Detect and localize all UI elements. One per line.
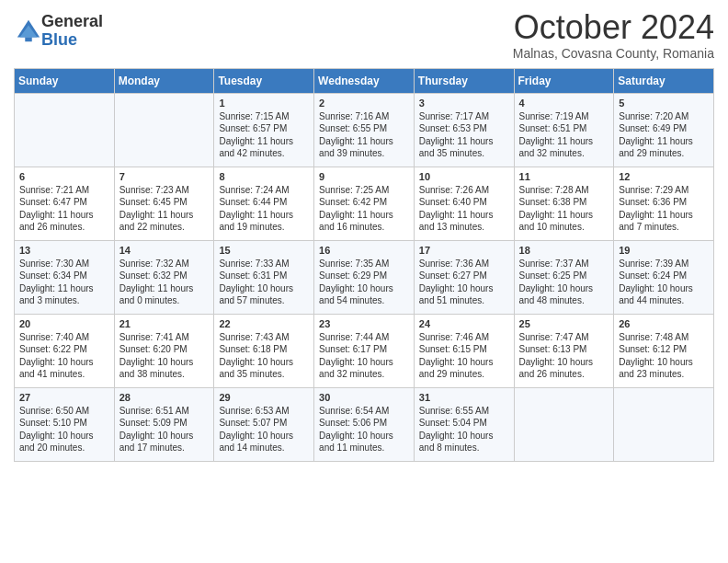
calendar-cell: 28Sunrise: 6:51 AM Sunset: 5:09 PM Dayli… [114, 387, 214, 461]
day-number: 10 [419, 171, 510, 182]
day-header-wednesday: Wednesday [314, 68, 415, 93]
day-number: 23 [319, 318, 410, 329]
cell-content: Sunrise: 7:28 AM Sunset: 6:38 PM Dayligh… [519, 184, 610, 234]
calendar-cell: 9Sunrise: 7:25 AM Sunset: 6:42 PM Daylig… [314, 167, 415, 240]
cell-content: Sunrise: 7:16 AM Sunset: 6:55 PM Dayligh… [319, 110, 410, 160]
calendar-cell: 4Sunrise: 7:19 AM Sunset: 6:51 PM Daylig… [514, 93, 614, 167]
cell-content: Sunrise: 6:54 AM Sunset: 5:06 PM Dayligh… [319, 405, 410, 454]
week-row-4: 20Sunrise: 7:40 AM Sunset: 6:22 PM Dayli… [15, 314, 714, 387]
day-number: 30 [319, 392, 410, 403]
cell-content: Sunrise: 6:55 AM Sunset: 5:04 PM Dayligh… [419, 405, 510, 454]
day-number: 27 [19, 392, 110, 403]
logo: General Blue [14, 13, 103, 50]
calendar-cell: 19Sunrise: 7:39 AM Sunset: 6:24 PM Dayli… [614, 240, 714, 314]
week-row-3: 13Sunrise: 7:30 AM Sunset: 6:34 PM Dayli… [15, 240, 714, 314]
day-number: 15 [219, 245, 310, 256]
calendar-cell: 31Sunrise: 6:55 AM Sunset: 5:04 PM Dayli… [414, 387, 514, 461]
month-title: October 2024 [513, 9, 714, 46]
calendar-cell: 3Sunrise: 7:17 AM Sunset: 6:53 PM Daylig… [414, 93, 514, 167]
header-row: SundayMondayTuesdayWednesdayThursdayFrid… [15, 68, 714, 93]
day-number: 12 [619, 171, 710, 182]
calendar-cell [15, 93, 115, 167]
calendar-cell: 24Sunrise: 7:46 AM Sunset: 6:15 PM Dayli… [414, 314, 514, 387]
day-number: 14 [119, 245, 210, 256]
calendar-cell: 15Sunrise: 7:33 AM Sunset: 6:31 PM Dayli… [214, 240, 314, 314]
logo-general: General [41, 13, 103, 31]
cell-content: Sunrise: 7:44 AM Sunset: 6:17 PM Dayligh… [319, 331, 410, 381]
calendar-cell: 22Sunrise: 7:43 AM Sunset: 6:18 PM Dayli… [214, 314, 314, 387]
cell-content: Sunrise: 7:47 AM Sunset: 6:13 PM Dayligh… [519, 331, 610, 381]
cell-content: Sunrise: 7:33 AM Sunset: 6:31 PM Dayligh… [219, 258, 310, 307]
day-header-thursday: Thursday [414, 68, 514, 93]
day-number: 1 [219, 98, 310, 109]
day-number: 19 [619, 245, 710, 256]
day-header-sunday: Sunday [15, 68, 115, 93]
cell-content: Sunrise: 7:26 AM Sunset: 6:40 PM Dayligh… [419, 184, 510, 234]
header: General Blue October 2024 Malnas, Covasn… [14, 9, 714, 61]
day-header-monday: Monday [114, 68, 214, 93]
day-number: 21 [119, 318, 210, 329]
calendar-cell: 8Sunrise: 7:24 AM Sunset: 6:44 PM Daylig… [214, 167, 314, 240]
calendar-cell: 30Sunrise: 6:54 AM Sunset: 5:06 PM Dayli… [314, 387, 415, 461]
day-number: 11 [519, 171, 610, 182]
calendar-cell: 7Sunrise: 7:23 AM Sunset: 6:45 PM Daylig… [114, 167, 214, 240]
day-number: 28 [119, 392, 210, 403]
day-number: 24 [419, 318, 510, 329]
calendar-cell: 6Sunrise: 7:21 AM Sunset: 6:47 PM Daylig… [15, 167, 115, 240]
calendar-cell: 10Sunrise: 7:26 AM Sunset: 6:40 PM Dayli… [414, 167, 514, 240]
day-header-friday: Friday [514, 68, 614, 93]
day-number: 18 [519, 245, 610, 256]
cell-content: Sunrise: 7:37 AM Sunset: 6:25 PM Dayligh… [519, 258, 610, 307]
day-number: 6 [19, 171, 110, 182]
calendar-cell: 2Sunrise: 7:16 AM Sunset: 6:55 PM Daylig… [314, 93, 415, 167]
calendar-cell: 23Sunrise: 7:44 AM Sunset: 6:17 PM Dayli… [314, 314, 415, 387]
day-number: 5 [619, 98, 710, 109]
day-number: 16 [319, 245, 410, 256]
calendar-cell: 13Sunrise: 7:30 AM Sunset: 6:34 PM Dayli… [15, 240, 115, 314]
cell-content: Sunrise: 7:46 AM Sunset: 6:15 PM Dayligh… [419, 331, 510, 381]
cell-content: Sunrise: 7:35 AM Sunset: 6:29 PM Dayligh… [319, 258, 410, 307]
calendar-cell [514, 387, 614, 461]
title-block: October 2024 Malnas, Covasna County, Rom… [513, 9, 714, 61]
day-number: 2 [319, 98, 410, 109]
day-header-saturday: Saturday [614, 68, 714, 93]
calendar-cell: 1Sunrise: 7:15 AM Sunset: 6:57 PM Daylig… [214, 93, 314, 167]
week-row-5: 27Sunrise: 6:50 AM Sunset: 5:10 PM Dayli… [15, 387, 714, 461]
day-number: 25 [519, 318, 610, 329]
page: General Blue October 2024 Malnas, Covasn… [0, 0, 728, 563]
cell-content: Sunrise: 7:43 AM Sunset: 6:18 PM Dayligh… [219, 331, 310, 381]
day-number: 26 [619, 318, 710, 329]
cell-content: Sunrise: 7:32 AM Sunset: 6:32 PM Dayligh… [119, 258, 210, 307]
cell-content: Sunrise: 7:15 AM Sunset: 6:57 PM Dayligh… [219, 110, 310, 160]
calendar-cell: 27Sunrise: 6:50 AM Sunset: 5:10 PM Dayli… [15, 387, 115, 461]
day-number: 22 [219, 318, 310, 329]
day-number: 20 [19, 318, 110, 329]
calendar-cell: 18Sunrise: 7:37 AM Sunset: 6:25 PM Dayli… [514, 240, 614, 314]
calendar-cell [614, 387, 714, 461]
week-row-1: 1Sunrise: 7:15 AM Sunset: 6:57 PM Daylig… [15, 93, 714, 167]
day-header-tuesday: Tuesday [214, 68, 314, 93]
cell-content: Sunrise: 7:19 AM Sunset: 6:51 PM Dayligh… [519, 110, 610, 160]
week-row-2: 6Sunrise: 7:21 AM Sunset: 6:47 PM Daylig… [15, 167, 714, 240]
cell-content: Sunrise: 7:21 AM Sunset: 6:47 PM Dayligh… [19, 184, 110, 234]
day-number: 17 [419, 245, 510, 256]
calendar-cell: 12Sunrise: 7:29 AM Sunset: 6:36 PM Dayli… [614, 167, 714, 240]
calendar-cell: 11Sunrise: 7:28 AM Sunset: 6:38 PM Dayli… [514, 167, 614, 240]
cell-content: Sunrise: 6:53 AM Sunset: 5:07 PM Dayligh… [219, 405, 310, 454]
cell-content: Sunrise: 7:24 AM Sunset: 6:44 PM Dayligh… [219, 184, 310, 234]
cell-content: Sunrise: 7:36 AM Sunset: 6:27 PM Dayligh… [419, 258, 510, 307]
day-number: 3 [419, 98, 510, 109]
cell-content: Sunrise: 7:25 AM Sunset: 6:42 PM Dayligh… [319, 184, 410, 234]
day-number: 31 [419, 392, 510, 403]
calendar-table: SundayMondayTuesdayWednesdayThursdayFrid… [14, 68, 714, 462]
logo-blue: Blue [41, 31, 103, 50]
cell-content: Sunrise: 6:50 AM Sunset: 5:10 PM Dayligh… [19, 405, 110, 454]
calendar-cell: 17Sunrise: 7:36 AM Sunset: 6:27 PM Dayli… [414, 240, 514, 314]
cell-content: Sunrise: 7:17 AM Sunset: 6:53 PM Dayligh… [419, 110, 510, 160]
svg-rect-2 [25, 37, 31, 41]
calendar-cell: 5Sunrise: 7:20 AM Sunset: 6:49 PM Daylig… [614, 93, 714, 167]
cell-content: Sunrise: 7:23 AM Sunset: 6:45 PM Dayligh… [119, 184, 210, 234]
calendar-cell: 29Sunrise: 6:53 AM Sunset: 5:07 PM Dayli… [214, 387, 314, 461]
cell-content: Sunrise: 7:40 AM Sunset: 6:22 PM Dayligh… [19, 331, 110, 381]
subtitle: Malnas, Covasna County, Romania [513, 46, 714, 61]
